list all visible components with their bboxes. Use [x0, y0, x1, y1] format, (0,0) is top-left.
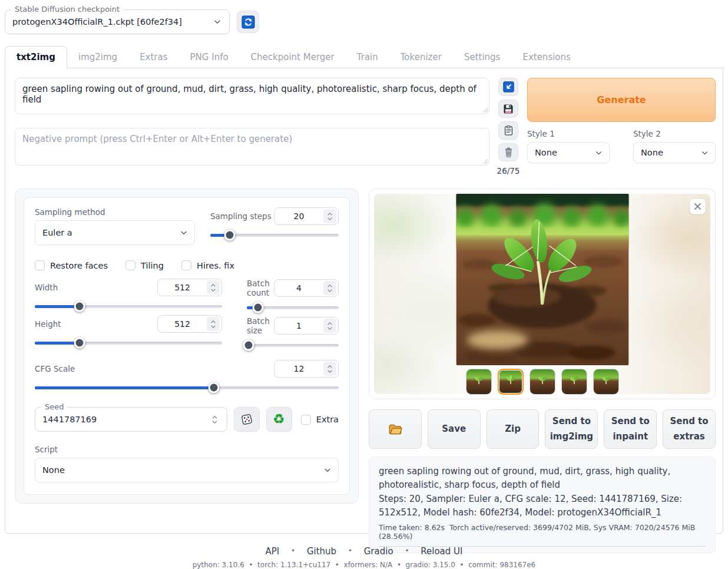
width-value: 512 — [158, 283, 207, 292]
footer-link-api[interactable]: API — [266, 546, 280, 557]
cfg-scale-slider[interactable] — [35, 382, 339, 393]
script-dropdown[interactable]: None — [35, 458, 339, 482]
batch-count-input[interactable]: 4 — [274, 279, 339, 297]
checkbox-box[interactable] — [301, 415, 311, 425]
tab-checkpoint-merger[interactable]: Checkpoint Merger — [240, 47, 346, 68]
save-button-label: Save — [442, 422, 466, 437]
slider-thumb[interactable] — [252, 302, 263, 313]
prompt-wrap: green sapling rowing out of ground, mud,… — [15, 78, 489, 114]
height-input[interactable]: 512 — [157, 315, 222, 333]
gallery-thumbnail-2-selected[interactable] — [498, 369, 524, 395]
width-field: Width 512 — [35, 279, 222, 312]
seed-label: Seed — [41, 402, 68, 411]
refresh-checkpoints-button[interactable] — [237, 11, 259, 33]
generate-button-label: Generate — [597, 94, 646, 105]
extra-seed-checkbox[interactable]: Extra — [301, 415, 339, 425]
sampling-steps-input[interactable]: 20 — [274, 207, 339, 225]
bullet-separator: • — [348, 547, 352, 555]
prompt-row: green sapling rowing out of ground, mud,… — [15, 78, 716, 176]
checkbox-box[interactable] — [181, 260, 191, 270]
gallery-thumbnail-4[interactable] — [561, 369, 587, 395]
tab-tokenizer[interactable]: Tokenizer — [389, 47, 453, 68]
batch-count-slider[interactable] — [247, 302, 339, 313]
apply-style-button[interactable] — [498, 121, 518, 140]
style1-field: Style 1 None — [527, 129, 610, 163]
sampling-steps-value: 20 — [274, 211, 323, 221]
stepper-arrows[interactable] — [323, 319, 336, 333]
prompt-input[interactable]: green sapling rowing out of ground, mud,… — [15, 78, 489, 114]
footer-link-reload-ui[interactable]: Reload UI — [421, 546, 462, 557]
stepper-arrows[interactable] — [207, 317, 220, 331]
random-seed-button[interactable] — [234, 407, 260, 432]
gallery-thumbnail-3[interactable] — [530, 369, 555, 395]
stepper-arrows[interactable] — [323, 281, 336, 295]
checkpoint-label: Stable Diffusion checkpoint — [11, 5, 123, 14]
paste-generation-params-button[interactable] — [498, 78, 518, 96]
cfg-scale-input[interactable]: 12 — [274, 360, 339, 378]
sampling-method-dropdown[interactable]: Euler a — [35, 220, 195, 245]
script-value: None — [42, 465, 323, 475]
extra-label: Extra — [316, 415, 339, 424]
seed-input[interactable]: Seed 1441787169 — [35, 407, 227, 432]
save-style-button[interactable] — [498, 100, 518, 118]
style2-label: Style 2 — [633, 129, 716, 138]
height-slider[interactable] — [35, 338, 222, 348]
reuse-seed-button[interactable]: ♻ — [266, 407, 292, 432]
width-label: Width — [35, 283, 157, 292]
token-counter: 26/75 — [497, 166, 520, 176]
sampling-method-label: Sampling method — [35, 207, 195, 217]
hires-fix-checkbox[interactable]: Hires. fix — [181, 260, 234, 270]
footer-link-gradio[interactable]: Gradio — [364, 546, 393, 557]
width-slider[interactable] — [35, 301, 222, 312]
sampling-row: Sampling method Euler a Sampling steps — [35, 207, 339, 245]
tab-img2img[interactable]: img2img — [67, 47, 128, 68]
folder-icon — [388, 422, 403, 437]
generation-info-stats: Time taken: 8.62s Torch active/reserved:… — [379, 523, 706, 547]
tab-png-info[interactable]: PNG Info — [179, 47, 240, 68]
tab-extras[interactable]: Extras — [128, 47, 178, 68]
send-to-img2img-button[interactable]: Send to img2img — [545, 409, 598, 449]
footer-link-github[interactable]: Github — [307, 546, 336, 557]
tiling-checkbox[interactable]: Tiling — [125, 260, 164, 270]
generate-button[interactable]: Generate — [527, 78, 716, 122]
tab-txt2img[interactable]: txt2img — [5, 46, 67, 68]
slider-thumb[interactable] — [74, 301, 85, 312]
zip-button[interactable]: Zip — [487, 409, 540, 449]
generated-image[interactable] — [456, 194, 628, 365]
batch-size-value: 1 — [274, 321, 323, 330]
slider-thumb[interactable] — [209, 382, 220, 393]
tab-extensions[interactable]: Extensions — [511, 47, 581, 68]
output-gallery — [369, 188, 716, 399]
style1-dropdown[interactable]: None — [527, 142, 610, 163]
lower-area: Sampling method Euler a Sampling steps — [15, 188, 716, 553]
width-input[interactable]: 512 — [157, 279, 222, 296]
tab-train[interactable]: Train — [346, 47, 389, 68]
send-to-inpaint-button[interactable]: Send to inpaint — [604, 409, 657, 449]
save-button[interactable]: Save — [428, 409, 481, 449]
slider-thumb[interactable] — [74, 338, 85, 349]
checkbox-box[interactable] — [35, 260, 45, 270]
sampling-steps-slider[interactable] — [210, 230, 339, 240]
stepper-arrows[interactable] — [323, 209, 336, 223]
style2-dropdown[interactable]: None — [633, 142, 716, 163]
clear-prompt-button[interactable] — [498, 143, 518, 161]
tab-settings[interactable]: Settings — [453, 47, 512, 68]
gallery-thumbnail-1[interactable] — [466, 369, 492, 395]
batch-size-slider[interactable] — [247, 340, 339, 350]
checkbox-box[interactable] — [125, 260, 135, 270]
stepper-arrows[interactable] — [323, 362, 336, 376]
prompt-column: green sapling rowing out of ground, mud,… — [15, 78, 489, 176]
checkpoint-dropdown[interactable]: Stable Diffusion checkpoint protogenX34O… — [5, 9, 230, 34]
send-to-extras-button[interactable]: Send to extras — [663, 409, 716, 449]
stepper-arrows[interactable] — [209, 412, 221, 426]
gallery-thumbnail-5[interactable] — [593, 369, 619, 395]
restore-faces-checkbox[interactable]: Restore faces — [35, 260, 108, 270]
close-gallery-button[interactable] — [690, 199, 706, 214]
slider-thumb[interactable] — [224, 230, 235, 241]
slider-thumb[interactable] — [243, 340, 254, 351]
negative-prompt-input[interactable] — [15, 128, 489, 166]
stepper-arrows[interactable] — [207, 280, 220, 295]
batch-size-input[interactable]: 1 — [274, 317, 339, 335]
open-folder-button[interactable] — [369, 409, 422, 449]
settings-panel: Sampling method Euler a Sampling steps — [15, 188, 359, 504]
